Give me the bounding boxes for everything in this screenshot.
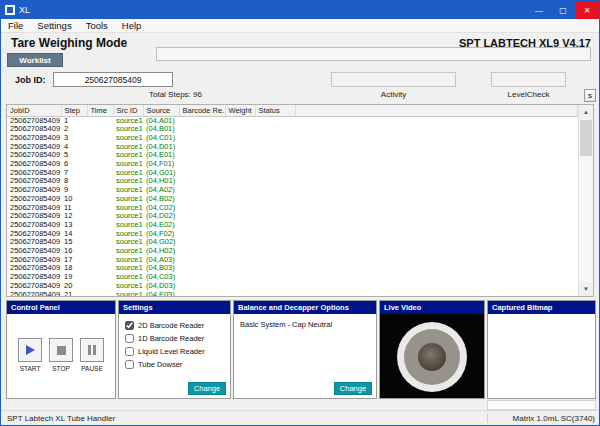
job-id-field[interactable]: 250627085409 — [53, 72, 173, 87]
cell — [255, 273, 295, 282]
bitmap-status-strip — [487, 400, 596, 410]
pause-button[interactable] — [80, 338, 104, 362]
start-button[interactable] — [18, 338, 42, 362]
table-row[interactable]: 25062708540914source1(04,F02) — [7, 230, 578, 239]
settings-option-liquid-level[interactable]: Liquid Level Reader — [125, 345, 230, 358]
table-row[interactable]: 25062708540913source1(04,E02) — [7, 221, 578, 230]
table-row[interactable]: 25062708540916source1(04,H02) — [7, 247, 578, 256]
scroll-up-icon[interactable]: ▲ — [579, 105, 593, 119]
settings-option-1d-barcode[interactable]: 1D Barcode Reader — [125, 332, 230, 345]
cell — [225, 143, 255, 152]
cell — [255, 134, 295, 143]
cell: 250627085409 — [7, 273, 61, 282]
settings-option-tube-dowser[interactable]: Tube Dowser — [125, 358, 230, 371]
table-row[interactable]: 25062708540921source1(04,E03) — [7, 291, 578, 297]
header-message-strip — [156, 47, 591, 61]
cell: source1 — [113, 247, 143, 256]
settings-checkbox[interactable] — [125, 360, 134, 369]
settings-option-label: Liquid Level Reader — [138, 347, 205, 356]
cell: (04,D03) — [143, 282, 179, 291]
cell — [87, 151, 113, 160]
table-row[interactable]: 25062708540919source1(04,C03) — [7, 273, 578, 282]
table-row[interactable]: 25062708540910source1(04,B02) — [7, 195, 578, 204]
minimize-button[interactable]: — — [527, 1, 551, 19]
settings-checkbox[interactable] — [125, 334, 134, 343]
scroll-down-icon[interactable]: ▼ — [579, 282, 593, 296]
table-row[interactable]: 25062708540918source1(04,B03) — [7, 264, 578, 273]
col-srcid[interactable]: Src ID — [113, 105, 143, 116]
col-step[interactable]: Step — [61, 105, 87, 116]
table-row[interactable]: 2506270854092source1(04,B01) — [7, 125, 578, 134]
settings-option-2d-barcode[interactable]: 2D Barcode Reader — [125, 319, 230, 332]
cell — [87, 291, 113, 297]
menu-help[interactable]: Help — [115, 19, 149, 32]
table-row[interactable]: 2506270854091source1(04,A01) — [7, 116, 578, 125]
table-scrollbar[interactable]: ▲ ▼ — [578, 105, 593, 296]
table-row[interactable]: 25062708540915source1(04,G02) — [7, 238, 578, 247]
scrollbar-thumb[interactable] — [580, 120, 592, 156]
cell: source1 — [113, 195, 143, 204]
cell: 14 — [61, 230, 87, 239]
table-row[interactable]: 2506270854098source1(04,H01) — [7, 177, 578, 186]
balance-description: Basic System - Cap Neutral — [240, 320, 332, 329]
col-status[interactable]: Status — [255, 105, 295, 116]
cell: (04,C03) — [143, 273, 179, 282]
cell: source1 — [113, 186, 143, 195]
table-row[interactable]: 2506270854097source1(04,G01) — [7, 169, 578, 178]
captured-bitmap-title: Captured Bitmap — [488, 301, 595, 314]
col-source[interactable]: Source — [143, 105, 179, 116]
menu-tools[interactable]: Tools — [79, 19, 115, 32]
cell — [225, 169, 255, 178]
cell — [87, 160, 113, 169]
table-row[interactable]: 2506270854099source1(04,A02) — [7, 186, 578, 195]
cell — [179, 143, 225, 152]
cell — [225, 230, 255, 239]
table-row[interactable]: 2506270854096source1(04,F01) — [7, 160, 578, 169]
col-barcode[interactable]: Barcode Re... — [179, 105, 225, 116]
worklist-button[interactable]: Worklist — [7, 53, 63, 67]
cell: 250627085409 — [7, 230, 61, 239]
table-row[interactable]: 2506270854094source1(04,D01) — [7, 143, 578, 152]
pause-icon — [88, 345, 96, 355]
table-row[interactable]: 2506270854093source1(04,C01) — [7, 134, 578, 143]
cell — [225, 238, 255, 247]
close-button[interactable]: ✕ — [575, 1, 599, 19]
table-row[interactable]: 25062708540920source1(04,D03) — [7, 282, 578, 291]
cell — [255, 247, 295, 256]
cell: (04,A03) — [143, 256, 179, 265]
table-row[interactable]: 25062708540917source1(04,A03) — [7, 256, 578, 265]
cell: (04,G01) — [143, 169, 179, 178]
cell — [255, 212, 295, 221]
title-bar: XL — ▢ ✕ — [1, 1, 599, 19]
cell — [295, 247, 578, 256]
stop-button[interactable] — [49, 338, 73, 362]
cell — [295, 160, 578, 169]
settings-change-button[interactable]: Change — [188, 382, 226, 395]
total-steps-label: Total Steps: 96 — [149, 90, 202, 99]
cell — [179, 195, 225, 204]
cell — [87, 212, 113, 221]
levelcheck-field — [491, 72, 566, 87]
table-row[interactable]: 25062708540912source1(04,D02) — [7, 212, 578, 221]
cell — [87, 195, 113, 204]
settings-option-label: 1D Barcode Reader — [138, 334, 204, 343]
balance-change-button[interactable]: Change — [334, 382, 372, 395]
table-row[interactable]: 25062708540911source1(04,C02) — [7, 204, 578, 213]
menu-file[interactable]: File — [1, 19, 30, 32]
maximize-button[interactable]: ▢ — [551, 1, 575, 19]
table-row[interactable]: 2506270854095source1(04,E01) — [7, 151, 578, 160]
settings-checkbox[interactable] — [125, 321, 134, 330]
s-button[interactable]: s — [584, 89, 596, 102]
cell — [295, 169, 578, 178]
col-jobid[interactable]: JobID — [7, 105, 61, 116]
cell — [225, 291, 255, 297]
col-time[interactable]: Time — [87, 105, 113, 116]
cell: 2 — [61, 125, 87, 134]
cell — [225, 177, 255, 186]
col-weight[interactable]: Weight — [225, 105, 255, 116]
cell: 250627085409 — [7, 151, 61, 160]
cell: source1 — [113, 291, 143, 297]
cell: 13 — [61, 221, 87, 230]
menu-settings[interactable]: Settings — [30, 19, 78, 32]
settings-checkbox[interactable] — [125, 347, 134, 356]
